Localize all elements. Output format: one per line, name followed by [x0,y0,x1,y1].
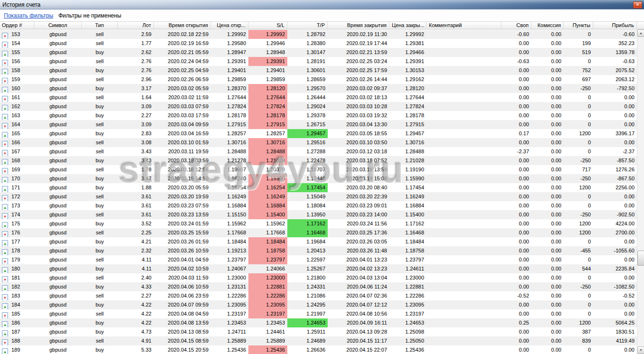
table-row[interactable]: ▼167gbpusdsell3.432020.03.11 19:591.2848… [0,147,637,156]
cell-close_time: 2020.03.03 19:32 [328,111,389,120]
table-row[interactable]: ▼185gbpusdsell4.222020.04.08 04:591.2319… [0,309,637,318]
table-row[interactable]: ▼153gbpusdsell2.592020.02.18 22:591.2999… [0,30,637,39]
table-row[interactable]: ▲186gbpusdbuy4.222020.04.08 13:591.23453… [0,318,637,327]
column-header-tp[interactable]: T/P [287,22,328,29]
table-row[interactable]: ▲177gbpusdbuy4.212020.03.26 01:591.18484… [0,237,637,246]
table-row[interactable]: ▲171gbpusdbuy1.882020.03.20 05:591.16254… [0,183,637,192]
cell-swap: 0.00 [502,75,531,84]
cell-close_price: 1.16884 [389,201,426,210]
cell-lot: 2.40 [118,273,154,282]
table-row[interactable]: ▼159gbpusdsell2.962020.02.26 06:591.2985… [0,75,637,84]
column-header-lot[interactable]: Лот [118,22,154,29]
cell-comment [426,174,502,183]
cell-lot: 3.61 [118,201,154,210]
cell-open_time: 2020.03.23 07:59 [154,201,211,210]
table-row[interactable]: ▲173gbpusdbuy3.612020.03.23 07:591.16884… [0,201,637,210]
column-header-points[interactable]: Пункты [564,22,593,29]
table-row[interactable]: ▲158gbpusdbuy2.762020.02.25 04:591.29401… [0,66,637,75]
cell-order: ▼159 [0,75,34,84]
cell-lot: 2.62 [118,48,154,57]
column-header-symbol[interactable]: Символ [34,22,82,29]
column-header-commission[interactable]: Комиссия [531,22,564,29]
scrollbar-thumb[interactable] [637,251,644,266]
table-row[interactable]: ▲175gbpusdbuy3.522020.03.24 01:591.15962… [0,219,637,228]
cell-lot: 3.09 [118,102,154,111]
cell-swap: 0.25 [502,318,531,327]
table-row[interactable]: ▼164gbpusdsell3.092020.03.04 09:591.2791… [0,120,637,129]
column-header-swap[interactable]: Своп [502,22,531,29]
cell-swap: 0.00 [502,93,531,102]
table-row[interactable]: ▼174gbpusdsell3.612020.03.23 13:591.1515… [0,210,637,219]
column-header-profit[interactable]: Прибыль [593,22,637,29]
column-header-sl[interactable]: S/L [248,22,287,29]
table-row[interactable]: ▲163gbpusdbuy2.272020.03.03 17:591.28178… [0,111,637,120]
vertical-scrollbar[interactable]: ▲ ▼ [637,29,644,354]
table-row[interactable]: ▲180gbpusdbuy4.112020.04.02 10:591.24067… [0,264,637,273]
table-row[interactable]: ▼161gbpusdsell1.642020.03.02 11:591.2764… [0,93,637,102]
table-row[interactable]: ▲187gbpusdbuy4.732020.04.13 08:591.24711… [0,327,637,336]
cell-lot: 1.77 [118,39,154,48]
cell-commission: 0.00 [531,282,564,291]
cell-sl: 1.29391 [248,57,287,66]
cell-type: buy [82,282,118,291]
cell-commission: 0.00 [531,84,564,93]
table-row[interactable]: ▲162gbpusdbuy3.092020.03.03 07:591.27824… [0,102,637,111]
cell-open_time: 2020.04.03 11:59 [154,273,211,282]
table-row[interactable]: ▲170gbpusdbuy3.472020.03.19 14:591.16240… [0,174,637,183]
cell-close_time: 2020.04.06 11:24 [328,282,389,291]
table-row[interactable]: ▼179gbpusdsell4.112020.04.01 04:591.2379… [0,255,637,264]
table-row[interactable]: ▼176gbpusdsell2.252020.03.25 15:591.1766… [0,228,637,237]
table-row[interactable]: ▲160gbpusdbuy3.172020.03.02 05:591.28370… [0,84,637,93]
cell-points: -250 [564,84,593,93]
cell-swap: 0.00 [502,39,531,48]
column-header-comment[interactable]: Комментарий [426,22,502,29]
table-row[interactable]: ▲178gbpusdbuy2.322020.03.26 10:591.19213… [0,246,637,255]
table-row[interactable]: ▼169gbpusdsell1.782020.03.18 12:591.1990… [0,165,637,174]
cell-open_price: 1.29580 [211,39,248,48]
table-row[interactable]: ▼172gbpusdsell3.612020.03.20 19:591.1624… [0,192,637,201]
column-header-order[interactable]: Ордер # [0,22,34,29]
cell-order: ▲182 [0,282,34,291]
table-row[interactable]: ▲165gbpusdbuy2.832020.03.04 16:591.28257… [0,129,637,138]
column-header-close_time[interactable]: Время закрытия [328,22,389,29]
cell-tp: 1.30601 [287,66,328,75]
table-row[interactable]: ▲184gbpusdbuy4.222020.04.07 09:591.23095… [0,300,637,309]
table-row[interactable]: ▼154gbpusdsell1.772020.02.19 16:591.2958… [0,39,637,48]
close-button[interactable]: ✕ [633,1,642,9]
cell-swap: -0.60 [502,30,531,39]
table-row[interactable]: ▲155gbpusdbuy2.622020.02.21 05:591.28947… [0,48,637,57]
column-header-close_price[interactable]: Цена закры... [389,22,426,29]
cell-sl: 1.23797 [248,255,287,264]
order-number: 156 [11,58,20,64]
cell-sl: 1.18758 [248,246,287,255]
buy-order-icon: ▲ [2,204,8,210]
cell-tp: 1.18084 [287,201,328,210]
cell-type: sell [82,75,118,84]
cell-open_price: 1.15150 [211,210,248,219]
table-row[interactable]: ▼181gbpusdsell2.402020.04.03 11:591.2300… [0,273,637,282]
cell-symbol: gbpusd [34,111,82,120]
column-header-open_time[interactable]: Время открытия [154,22,211,29]
table-row[interactable]: ▲168gbpusdbuy3.432020.03.18 03:591.21278… [0,156,637,165]
table-row[interactable]: ▼183gbpusdsell2.272020.04.06 23:591.2228… [0,291,637,300]
cell-tp: 1.24653 [287,318,328,327]
cell-points: 839 [564,336,593,345]
table-row[interactable]: ▼166gbpusdsell3.082020.03.10 01:591.3071… [0,138,637,147]
scroll-up-icon[interactable]: ▲ [637,29,644,37]
cell-points: 1200 [564,183,593,192]
cell-lot: 2.32 [118,246,154,255]
column-header-type[interactable]: Тип [82,22,118,29]
table-row[interactable]: ▲189gbpusdbuy5.332020.04.15 20:591.25436… [0,345,637,354]
table-row[interactable]: ▼156gbpusdsell2.762020.02.24 04:591.2939… [0,57,637,66]
table-row[interactable]: ▲182gbpusdbuy4.332020.04.06 10:591.23131… [0,282,637,291]
cell-open_time: 2020.02.24 04:59 [154,57,211,66]
scroll-down-icon[interactable]: ▼ [637,346,644,354]
cell-close_time: 2020.03.19 15:08 [328,174,389,183]
cell-type: buy [82,264,118,273]
show-filters-link[interactable]: Показать фильтры [4,12,53,19]
cell-commission: 0.00 [531,336,564,345]
table-row[interactable]: ▼188gbpusdsell4.912020.04.15 08:591.2588… [0,336,637,345]
cell-open_time: 2020.03.18 12:59 [154,165,211,174]
cell-profit: 0.00 [593,102,637,111]
column-header-open_price[interactable]: Цена откр... [211,22,248,29]
